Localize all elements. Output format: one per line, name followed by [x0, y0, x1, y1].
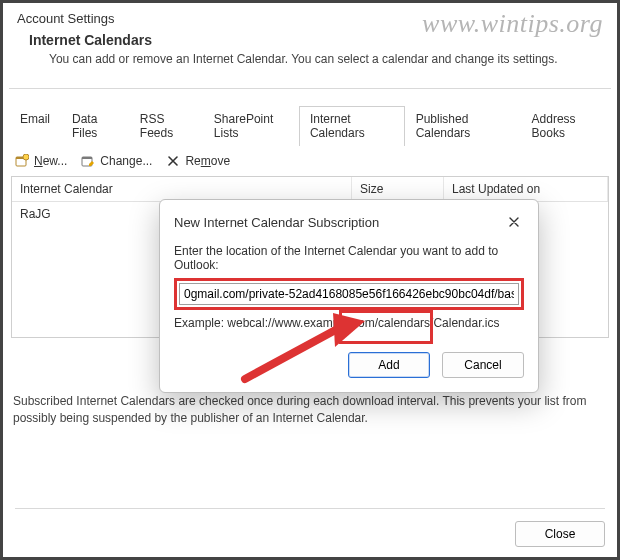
- section-description: You can add or remove an Internet Calend…: [17, 50, 603, 74]
- new-button[interactable]: New...: [15, 154, 67, 168]
- dialog-title: New Internet Calendar Subscription: [174, 215, 379, 230]
- dialog-prompt: Enter the location of the Internet Calen…: [174, 244, 524, 272]
- toolbar: New... Change... Remove: [3, 146, 617, 176]
- new-label: New...: [34, 154, 67, 168]
- tab-email[interactable]: Email: [9, 106, 61, 146]
- example-text: Example: webcal://www.example.com/calend…: [174, 316, 524, 330]
- close-row: Close: [515, 521, 605, 547]
- close-icon: [507, 215, 521, 229]
- remove-button[interactable]: Remove: [166, 154, 230, 168]
- dialog-body: Enter the location of the Internet Calen…: [160, 244, 538, 344]
- section-title: Internet Calendars: [17, 26, 603, 50]
- tabs-bar: Email Data Files RSS Feeds SharePoint Li…: [9, 105, 611, 145]
- calendar-change-icon: [81, 154, 95, 168]
- column-size[interactable]: Size: [352, 177, 444, 201]
- change-label: Change...: [100, 154, 152, 168]
- url-highlight-box: [174, 278, 524, 310]
- column-name[interactable]: Internet Calendar: [12, 177, 352, 201]
- svg-point-2: [23, 154, 29, 160]
- divider-bottom: [15, 508, 605, 509]
- calendar-new-icon: [15, 154, 29, 168]
- column-updated[interactable]: Last Updated on: [444, 177, 608, 201]
- tab-rss-feeds[interactable]: RSS Feeds: [129, 106, 203, 146]
- change-button[interactable]: Change...: [81, 154, 152, 168]
- new-calendar-dialog: New Internet Calendar Subscription Enter…: [159, 199, 539, 393]
- tab-sharepoint-lists[interactable]: SharePoint Lists: [203, 106, 299, 146]
- tab-data-files[interactable]: Data Files: [61, 106, 129, 146]
- window-header: Account Settings Internet Calendars You …: [3, 3, 617, 88]
- tab-address-books[interactable]: Address Books: [521, 106, 611, 146]
- dialog-titlebar: New Internet Calendar Subscription: [160, 200, 538, 244]
- calendar-url-input[interactable]: [179, 283, 519, 305]
- tab-internet-calendars[interactable]: Internet Calendars: [299, 106, 405, 146]
- remove-icon: [166, 154, 180, 168]
- footer-note: Subscribed Internet Calendars are checke…: [13, 393, 607, 427]
- divider: [9, 88, 611, 89]
- add-button[interactable]: Add: [348, 352, 430, 378]
- svg-rect-4: [82, 157, 92, 159]
- close-button[interactable]: Close: [515, 521, 605, 547]
- tab-published-calendars[interactable]: Published Calendars: [405, 106, 521, 146]
- window-title: Account Settings: [17, 11, 603, 26]
- dialog-close-button[interactable]: [502, 210, 526, 234]
- dialog-actions: Add Cancel: [160, 344, 538, 392]
- cancel-button[interactable]: Cancel: [442, 352, 524, 378]
- remove-label: Remove: [185, 154, 230, 168]
